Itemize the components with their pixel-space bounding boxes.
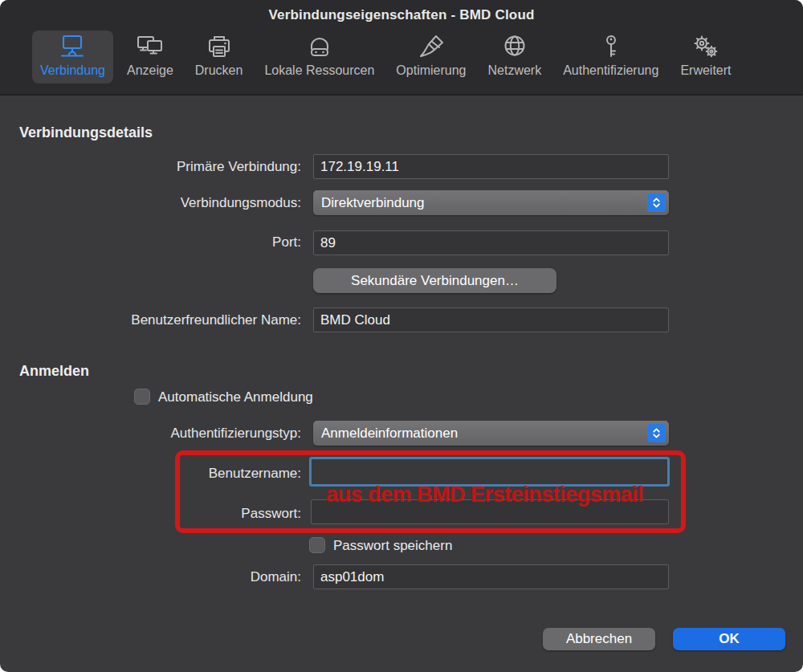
paintbrush-icon <box>415 35 447 60</box>
save-password-checkbox[interactable] <box>309 537 325 553</box>
tab-erweitert[interactable]: Erweitert <box>672 31 739 83</box>
tab-optimierung[interactable]: Optimierung <box>388 31 474 83</box>
tab-authentifizierung[interactable]: Authentifizierung <box>555 31 666 83</box>
title-bar: Verbindungseigenschaften - BMD Cloud <box>0 0 803 31</box>
section-heading-verbindungsdetails: Verbindungsdetails <box>19 124 153 141</box>
friendly-name-input[interactable] <box>313 307 669 332</box>
connection-properties-dialog: Verbindungseigenschaften - BMD Cloud Ver… <box>0 0 803 672</box>
auto-login-label: Automatische Anmeldung <box>158 389 313 405</box>
dropdown-chevrons-icon <box>647 424 666 442</box>
username-input[interactable] <box>309 457 670 487</box>
tab-netzwerk[interactable]: Netzwerk <box>480 31 550 83</box>
drive-icon <box>304 35 336 60</box>
domain-input[interactable] <box>313 564 669 589</box>
connection-mode-label: Verbindungsmodus: <box>0 195 301 211</box>
tab-verbindung[interactable]: Verbindung <box>32 31 113 83</box>
window-chrome: Verbindungseigenschaften - BMD Cloud Ver… <box>0 0 803 96</box>
tab-anzeige[interactable]: Anzeige <box>119 31 181 83</box>
tab-label: Lokale Ressourcen <box>264 63 374 78</box>
auth-type-dropdown[interactable]: Anmeldeinformationen <box>313 421 669 446</box>
tab-drucken[interactable]: Drucken <box>187 31 251 83</box>
key-icon <box>595 35 627 60</box>
port-input[interactable] <box>313 230 669 255</box>
primary-connection-input[interactable] <box>313 154 669 179</box>
secondary-connections-button[interactable]: Sekundäre Verbindungen… <box>313 268 556 293</box>
friendly-name-label: Benutzerfreundlicher Name: <box>0 312 301 328</box>
tab-label: Optimierung <box>396 63 466 78</box>
tab-label: Anzeige <box>127 63 173 78</box>
tab-label: Erweitert <box>680 63 731 78</box>
connection-mode-dropdown[interactable]: Direktverbindung <box>313 190 669 215</box>
cancel-button[interactable]: Abbrechen <box>543 628 655 650</box>
primary-connection-label: Primäre Verbindung: <box>0 159 301 175</box>
section-heading-anmelden: Anmelden <box>19 363 89 380</box>
ok-button[interactable]: OK <box>673 628 785 650</box>
tab-label: Authentifizierung <box>563 63 658 78</box>
dropdown-chevrons-icon <box>647 193 666 212</box>
domain-label: Domain: <box>0 569 301 585</box>
auth-type-value: Anmeldeinformationen <box>313 426 647 442</box>
window-title: Verbindungseigenschaften - BMD Cloud <box>268 7 534 23</box>
globe-icon <box>499 35 531 60</box>
connection-mode-value: Direktverbindung <box>313 195 647 211</box>
printer-icon <box>203 35 235 60</box>
monitor-network-icon <box>56 35 88 60</box>
tab-label: Drucken <box>195 63 243 78</box>
password-label: Passwort: <box>0 506 301 522</box>
password-input[interactable] <box>311 499 669 524</box>
tab-label: Verbindung <box>40 63 105 78</box>
port-label: Port: <box>0 234 301 250</box>
auth-type-label: Authentifizierungstyp: <box>0 426 301 442</box>
username-label: Benutzername: <box>0 466 301 482</box>
tab-lokale-ressourcen[interactable]: Lokale Ressourcen <box>256 31 382 83</box>
auto-login-checkbox[interactable] <box>134 389 150 405</box>
tab-label: Netzwerk <box>488 63 542 78</box>
save-password-label: Passwort speichern <box>333 538 452 554</box>
gears-icon <box>690 35 722 60</box>
displays-icon <box>134 35 166 60</box>
toolbar-tabs: Verbindung Anzeige <box>0 31 803 83</box>
